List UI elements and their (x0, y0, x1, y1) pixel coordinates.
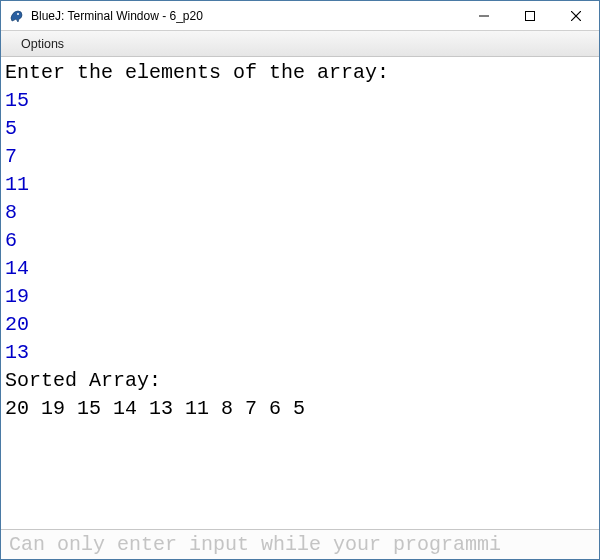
output-line: 20 19 15 14 13 11 8 7 6 5 (5, 395, 595, 423)
svg-point-0 (17, 13, 19, 15)
input-line: 13 (5, 339, 595, 367)
input-line: 14 (5, 255, 595, 283)
input-bar (1, 529, 599, 559)
menubar: Options (1, 31, 599, 57)
maximize-button[interactable] (507, 1, 553, 30)
input-line: 7 (5, 143, 595, 171)
output-line: Sorted Array: (5, 367, 595, 395)
menu-options[interactable]: Options (13, 35, 72, 53)
terminal-input[interactable] (7, 532, 593, 557)
input-line: 19 (5, 283, 595, 311)
input-line: 20 (5, 311, 595, 339)
minimize-button[interactable] (461, 1, 507, 30)
window-buttons (461, 1, 599, 30)
titlebar: BlueJ: Terminal Window - 6_p20 (1, 1, 599, 31)
input-line: 15 (5, 87, 595, 115)
output-line: Enter the elements of the array: (5, 59, 595, 87)
svg-rect-2 (526, 11, 535, 20)
close-button[interactable] (553, 1, 599, 30)
input-line: 6 (5, 227, 595, 255)
terminal-window: BlueJ: Terminal Window - 6_p20 Options E… (0, 0, 600, 560)
terminal-output: Enter the elements of the array:15571186… (1, 57, 599, 529)
input-line: 11 (5, 171, 595, 199)
bluej-icon (9, 8, 25, 24)
window-title: BlueJ: Terminal Window - 6_p20 (31, 9, 461, 23)
input-line: 5 (5, 115, 595, 143)
input-line: 8 (5, 199, 595, 227)
